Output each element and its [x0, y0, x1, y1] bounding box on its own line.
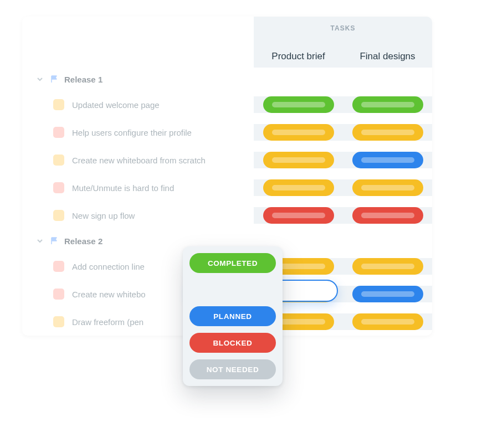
status-pill[interactable]: [263, 179, 334, 196]
priority-tag-icon: [53, 182, 64, 193]
chevron-down-icon[interactable]: [35, 236, 44, 245]
table-row[interactable]: Updated welcome page: [22, 91, 432, 119]
status-cell[interactable]: [254, 152, 343, 168]
status-pill[interactable]: [352, 96, 423, 113]
table-row[interactable]: Create new whiteboard from scratch: [22, 146, 432, 174]
table-row[interactable]: Mute/Unmute is hard to find: [22, 174, 432, 202]
status-cell[interactable]: [343, 179, 432, 196]
status-cell[interactable]: [343, 207, 432, 224]
table-row[interactable]: New sign up flow: [22, 202, 432, 229]
status-option-placeholder: [189, 280, 276, 300]
flag-icon: [50, 236, 59, 245]
board-header: TASKS Product brief Final designs: [22, 17, 432, 68]
status-pill[interactable]: [352, 313, 423, 330]
status-pill[interactable]: [352, 124, 423, 141]
status-cell[interactable]: [343, 152, 432, 168]
group-title: Release 1: [64, 75, 102, 84]
status-cell[interactable]: [254, 207, 343, 224]
tasks-heading: TASKS: [254, 24, 432, 32]
status-cell[interactable]: [343, 96, 432, 113]
item-label: Help users configure their profile: [72, 128, 192, 137]
status-cell[interactable]: [343, 258, 432, 275]
column-header[interactable]: Product brief: [254, 51, 343, 62]
status-pill[interactable]: [263, 207, 334, 224]
priority-tag-icon: [53, 155, 64, 166]
column-header[interactable]: Final designs: [343, 51, 432, 62]
priority-tag-icon: [53, 261, 64, 272]
status-pill[interactable]: [263, 124, 334, 141]
status-cell[interactable]: [343, 124, 432, 141]
status-option[interactable]: NOT NEEDED: [189, 359, 276, 379]
priority-tag-icon: [53, 210, 64, 221]
priority-tag-icon: [53, 99, 64, 110]
status-cell[interactable]: [254, 96, 343, 113]
status-cell[interactable]: [343, 286, 432, 302]
flag-icon: [50, 75, 59, 84]
table-row[interactable]: Help users configure their profile: [22, 119, 432, 146]
status-cell[interactable]: [343, 313, 432, 330]
item-label: Add connection line: [72, 262, 145, 271]
priority-tag-icon: [53, 316, 64, 327]
group-title: Release 2: [64, 236, 102, 246]
status-option[interactable]: COMPLETED: [189, 253, 276, 273]
status-dropdown[interactable]: COMPLETEDPLANNEDBLOCKEDNOT NEEDED: [183, 246, 283, 386]
group-header[interactable]: Release 1: [22, 68, 432, 91]
item-label: New sign up flow: [72, 211, 135, 220]
item-label: Create new whiteboard from scratch: [72, 156, 206, 165]
status-pill[interactable]: [352, 152, 423, 168]
item-label: Mute/Unmute is hard to find: [72, 183, 174, 193]
item-label: Updated welcome page: [72, 100, 160, 110]
priority-tag-icon: [53, 289, 64, 300]
item-label: Create new whitebo: [72, 290, 146, 299]
priority-tag-icon: [53, 127, 64, 138]
status-pill[interactable]: [263, 96, 334, 113]
status-pill[interactable]: [352, 179, 423, 196]
status-cell[interactable]: [254, 179, 343, 196]
status-pill[interactable]: [352, 286, 423, 302]
status-pill[interactable]: [263, 152, 334, 168]
status-pill[interactable]: [352, 258, 423, 275]
status-cell[interactable]: [254, 124, 343, 141]
chevron-down-icon[interactable]: [35, 75, 44, 84]
status-pill[interactable]: [352, 207, 423, 224]
status-option[interactable]: PLANNED: [189, 306, 276, 326]
item-label: Draw freeform (pen: [72, 317, 143, 327]
status-option[interactable]: BLOCKED: [189, 333, 276, 353]
